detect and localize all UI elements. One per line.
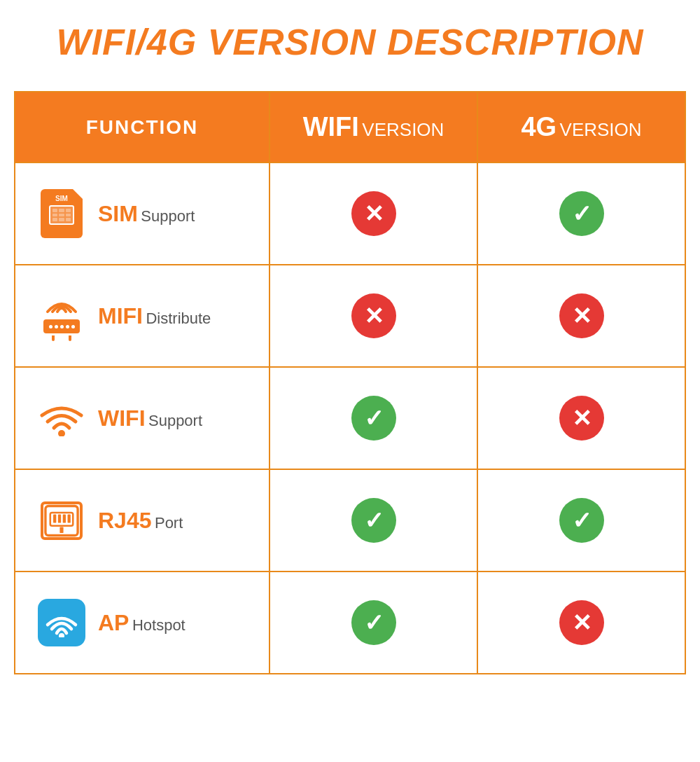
cross-icon: ✕ — [351, 293, 396, 338]
cross-icon: ✕ — [559, 396, 604, 441]
4g-status-ap: ✕ — [477, 572, 685, 674]
4g-status-wifi: ✕ — [477, 367, 685, 469]
page-title: WIFI/4G VERSION DESCRIPTION — [57, 21, 644, 63]
wifi-status-wifi: ✓ — [270, 367, 477, 469]
table-header: FUNCTION WIFI VERSION 4G VERSION — [15, 92, 685, 162]
ap-hotspot-icon — [38, 599, 85, 646]
feature-light-wifi: Support — [148, 412, 202, 429]
feature-light-ap: Hotspot — [132, 616, 186, 634]
feature-bold-rj45: RJ45 — [98, 508, 152, 533]
feature-bold-sim: SIM — [98, 201, 138, 226]
svg-rect-3 — [53, 514, 56, 522]
wifi-bold-label: WIFI — [303, 112, 359, 141]
function-cell-rj45: RJ45 Port — [15, 469, 270, 572]
feature-light-rj45: Port — [155, 514, 183, 532]
check-icon: ✓ — [559, 498, 604, 543]
check-icon: ✓ — [351, 600, 396, 645]
wifi-feature-icon — [39, 400, 84, 436]
sim-card-icon: SIM — [41, 189, 83, 238]
table-row: AP Hotspot✓✕ — [15, 572, 685, 674]
check-icon: ✓ — [351, 396, 396, 441]
wifi-status-ap: ✓ — [270, 572, 477, 674]
svg-rect-6 — [68, 514, 71, 522]
g4-bold-label: 4G — [521, 112, 556, 141]
feature-light-sim: Support — [141, 207, 195, 225]
header-function: FUNCTION — [15, 92, 270, 162]
table-row: RJ45 Port✓✓ — [15, 469, 685, 572]
function-cell-ap: AP Hotspot — [15, 572, 270, 674]
table-row: WIFI Support✓✕ — [15, 367, 685, 469]
cross-icon: ✕ — [351, 191, 396, 236]
function-cell-mifi: MIFI Distribute — [15, 265, 270, 367]
g4-light-label: VERSION — [560, 119, 642, 140]
feature-bold-ap: AP — [98, 610, 129, 635]
svg-point-0 — [58, 430, 65, 436]
cross-icon: ✕ — [559, 600, 604, 645]
svg-rect-7 — [59, 527, 63, 533]
svg-rect-5 — [63, 514, 66, 522]
wifi-status-rj45: ✓ — [270, 469, 477, 572]
table-row: SIM SIM Support✕✓ — [15, 162, 685, 265]
table-row: MIFI Distribute✕✕ — [15, 265, 685, 367]
feature-bold-wifi: WIFI — [98, 406, 146, 431]
feature-light-mifi: Distribute — [146, 310, 211, 327]
wifi-light-label: VERSION — [362, 119, 444, 140]
cross-icon: ✕ — [559, 293, 604, 338]
function-cell-sim: SIM SIM Support — [15, 162, 270, 265]
header-wifi-version: WIFI VERSION — [270, 92, 477, 162]
svg-rect-4 — [58, 514, 61, 522]
header-4g-version: 4G VERSION — [477, 92, 685, 162]
4g-status-rj45: ✓ — [477, 469, 685, 572]
wifi-status-sim: ✕ — [270, 162, 477, 265]
check-icon: ✓ — [351, 498, 396, 543]
function-cell-wifi: WIFI Support — [15, 367, 270, 469]
wifi-status-mifi: ✕ — [270, 265, 477, 367]
feature-bold-mifi: MIFI — [98, 303, 143, 328]
router-icon — [43, 291, 80, 341]
comparison-table: FUNCTION WIFI VERSION 4G VERSION SIM SIM… — [14, 91, 686, 674]
4g-status-sim: ✓ — [477, 162, 685, 265]
svg-point-8 — [59, 633, 64, 637]
check-icon: ✓ — [559, 191, 604, 236]
rj45-port-icon — [41, 501, 83, 540]
4g-status-mifi: ✕ — [477, 265, 685, 367]
